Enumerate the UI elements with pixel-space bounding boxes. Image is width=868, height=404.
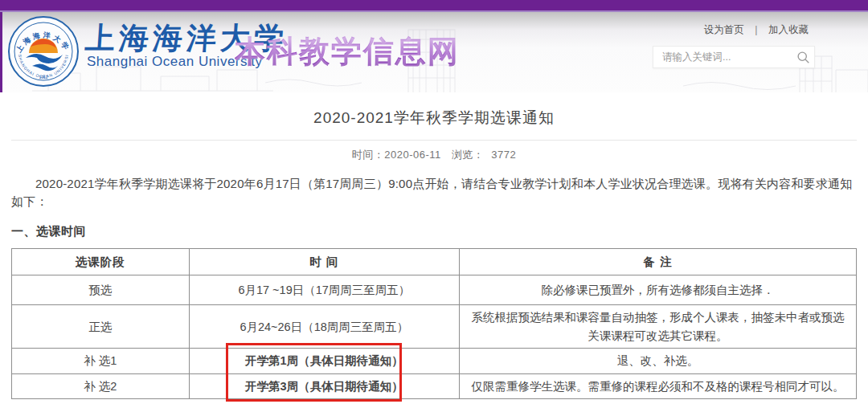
table-header-row: 选课阶段时 间备 注 (12, 248, 857, 275)
site-header: 上海海洋大学 SHANGHAI OCEAN UNIVERSITY 1912 上海… (0, 10, 868, 92)
top-purple-bar (0, 0, 868, 10)
logo-year: 1912 (39, 75, 47, 80)
stage-cell: 补 选1 (12, 349, 190, 373)
remark-cell: 系统根据预选结果和课容量自动抽签，形成个人课表，抽签未中者或预选关课课程可改选其… (460, 305, 857, 349)
views-label: 浏览： (452, 149, 485, 161)
site-name: 本科教学信息网 (235, 31, 460, 72)
quick-links: 设为首页 | 加入收藏 (704, 23, 809, 37)
table-row: 预选6月17 ~19日（17周周三至周五）除必修课已预置外，所有选修都须自主选择… (12, 275, 857, 304)
stage-cell: 正选 (12, 305, 190, 349)
table-column-header: 时 间 (189, 248, 459, 275)
time-cell: 6月17 ~19日（17周周三至周五） (189, 275, 459, 304)
search-icon[interactable] (796, 51, 810, 64)
stage-cell: 预选 (12, 275, 190, 304)
time-value: 2020-06-11 (384, 149, 441, 161)
add-favorite-link[interactable]: 加入收藏 (768, 24, 809, 35)
stage-cell: 补 选2 (12, 373, 190, 398)
set-home-link[interactable]: 设为首页 (704, 24, 744, 35)
page-title: 2020-2021学年秋季学期选课通知 (11, 92, 857, 129)
table-column-header: 选课阶段 (12, 248, 190, 275)
time-cell: 开学第1周（具体日期待通知） (189, 349, 459, 373)
header-left-accent (0, 12, 2, 92)
remark-cell: 退、改、补选。 (460, 349, 857, 373)
time-cell: 开学第3周（具体日期待通知） (189, 373, 459, 398)
table-column-header: 备 注 (460, 248, 857, 275)
table-row: 补 选2开学第3周（具体日期待通知）仅限需重修学生选课。需重修的课程必须和不及格… (12, 373, 857, 398)
time-cell: 6月24~26日（18周周三至周五） (189, 305, 459, 349)
notice-article: 2020-2021学年秋季学期选课通知 时间：2020-06-11浏览：3772… (0, 92, 868, 404)
title-divider (11, 140, 857, 141)
intro-paragraph: 2020-2021学年秋季学期选课将于2020年6月17日（第17周周三）9:0… (11, 175, 857, 210)
search-box (653, 46, 815, 68)
university-logo: 上海海洋大学 SHANGHAI OCEAN UNIVERSITY 1912 (8, 16, 79, 87)
remark-cell: 仅限需重修学生选课。需重修的课程必须和不及格的课程号相同才可以。 (460, 373, 857, 398)
course-selection-table: 选课阶段时 间备 注 预选6月17 ~19日（17周周三至周五）除必修课已预置外… (11, 248, 857, 400)
remark-cell: 除必修课已预置外，所有选修都须自主选择． (460, 275, 857, 304)
article-meta: 时间：2020-06-11浏览：3772 (11, 148, 857, 162)
link-separator: | (755, 24, 757, 35)
views-value: 3772 (491, 149, 516, 161)
table-row: 正选6月24~26日（18周周三至周五）系统根据预选结果和课容量自动抽签，形成个… (12, 305, 857, 349)
search-input[interactable] (653, 51, 796, 63)
table-row: 补 选1开学第1周（具体日期待通知）退、改、补选。 (12, 349, 857, 373)
table-wrapper: 选课阶段时 间备 注 预选6月17 ~19日（17周周三至周五）除必修课已预置外… (11, 248, 857, 400)
section1-heading: 一、选课时间 (11, 224, 857, 239)
time-label: 时间： (352, 149, 385, 161)
